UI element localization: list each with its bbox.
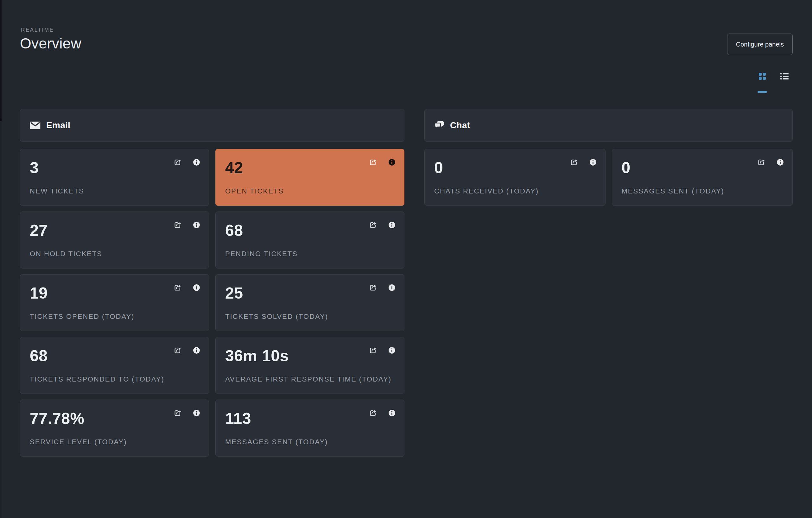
page-kicker: REALTIME <box>21 27 54 33</box>
info-button[interactable] <box>388 284 396 293</box>
panel-chat: Chat 0 CHATS RECEIVED (TODAY) <box>424 109 793 206</box>
info-button[interactable] <box>776 158 784 167</box>
export-button[interactable] <box>369 409 377 418</box>
card-messages-sent-today: 0 MESSAGES SENT (TODAY) <box>612 149 793 206</box>
metric-label: SERVICE LEVEL (TODAY) <box>30 437 199 447</box>
cards-grid: 0 CHATS RECEIVED (TODAY) <box>424 149 793 206</box>
card-tickets-opened-today: 19 TICKETS OPENED (TODAY) <box>20 274 209 331</box>
info-button[interactable] <box>388 158 396 167</box>
export-button[interactable] <box>173 346 182 355</box>
export-button[interactable] <box>173 283 182 293</box>
card-chats-received-today: 0 CHATS RECEIVED (TODAY) <box>424 149 606 206</box>
metric-label: TICKETS RESPONDED TO (TODAY) <box>30 374 199 384</box>
info-button[interactable] <box>193 284 200 293</box>
grid-view-button[interactable] <box>756 73 769 84</box>
info-button[interactable] <box>388 409 396 418</box>
share-icon <box>570 158 578 168</box>
card-actions <box>369 158 396 168</box>
card-tickets-solved-today: 25 TICKETS SOLVED (TODAY) <box>215 274 404 331</box>
info-icon <box>388 284 396 293</box>
card-actions <box>369 346 396 355</box>
info-icon <box>193 221 200 230</box>
card-pending-tickets: 68 PENDING TICKETS <box>215 211 404 268</box>
card-actions <box>757 158 784 168</box>
panel-header-email: Email <box>20 109 404 142</box>
card-actions <box>369 221 396 230</box>
share-icon <box>369 221 377 230</box>
share-icon <box>173 158 182 168</box>
card-on-hold-tickets: 27 ON HOLD TICKETS <box>20 211 209 268</box>
info-icon <box>589 158 597 167</box>
active-view-underline <box>757 91 767 93</box>
info-icon <box>193 284 200 293</box>
export-button[interactable] <box>369 221 377 230</box>
share-icon <box>173 283 182 293</box>
share-icon <box>173 409 182 418</box>
metric-label: MESSAGES SENT (TODAY) <box>225 437 395 447</box>
export-button[interactable] <box>369 158 377 168</box>
export-button[interactable] <box>173 221 182 230</box>
card-actions <box>173 283 200 293</box>
page-title: Overview <box>20 35 81 52</box>
list-view-button[interactable] <box>778 73 791 84</box>
card-actions <box>173 221 200 230</box>
card-actions <box>173 409 200 418</box>
panels-container: Email 3 NEW TICKETS <box>20 109 793 457</box>
list-view-icon <box>780 73 789 81</box>
share-icon <box>173 221 182 230</box>
metric-label: ON HOLD TICKETS <box>30 249 199 259</box>
info-button[interactable] <box>193 158 200 167</box>
info-button[interactable] <box>589 158 597 167</box>
metric-label: NEW TICKETS <box>30 186 199 196</box>
panel-title: Chat <box>450 120 470 131</box>
card-actions <box>173 346 200 355</box>
metric-label: TICKETS SOLVED (TODAY) <box>225 311 395 322</box>
chat-icon <box>434 121 444 130</box>
card-actions <box>570 158 597 168</box>
share-icon <box>369 409 377 418</box>
info-icon <box>388 158 396 167</box>
panel-header-chat: Chat <box>424 109 793 142</box>
card-actions <box>369 283 396 293</box>
metric-label: CHATS RECEIVED (TODAY) <box>434 186 596 196</box>
view-toggle <box>756 73 791 84</box>
email-icon <box>30 121 40 130</box>
metric-label: TICKETS OPENED (TODAY) <box>30 311 199 322</box>
info-icon <box>388 221 396 230</box>
export-button[interactable] <box>369 283 377 293</box>
info-icon <box>193 346 200 355</box>
info-icon <box>776 158 784 167</box>
info-icon <box>193 158 200 167</box>
info-button[interactable] <box>193 409 200 418</box>
cards-grid: 3 NEW TICKETS <box>20 149 404 457</box>
info-button[interactable] <box>193 346 200 355</box>
left-edge-strip <box>0 0 2 518</box>
configure-panels-button[interactable]: Configure panels <box>727 34 793 55</box>
share-icon <box>757 158 765 168</box>
export-button[interactable] <box>173 158 182 168</box>
info-icon <box>388 346 396 355</box>
panel-email: Email 3 NEW TICKETS <box>20 109 404 457</box>
export-button[interactable] <box>757 158 765 168</box>
export-button[interactable] <box>369 346 377 355</box>
card-service-level-today: 77.78% SERVICE LEVEL (TODAY) <box>20 400 209 457</box>
info-icon <box>388 409 396 418</box>
card-messages-sent-today: 113 MESSAGES SENT (TODAY) <box>215 400 404 457</box>
left-edge-strip-top <box>0 0 2 118</box>
share-icon <box>369 346 377 355</box>
info-icon <box>193 409 200 418</box>
card-average-first-response-time-today: 36m 10s AVERAGE FIRST RESPONSE TIME (TOD… <box>215 337 404 394</box>
info-button[interactable] <box>388 346 396 355</box>
metric-label: MESSAGES SENT (TODAY) <box>622 186 783 196</box>
card-actions <box>369 409 396 418</box>
card-actions <box>173 158 200 168</box>
export-button[interactable] <box>570 158 578 168</box>
export-button[interactable] <box>173 409 182 418</box>
metric-label: OPEN TICKETS <box>225 186 395 196</box>
card-open-tickets: 42 OPEN TICKETS <box>215 149 404 206</box>
info-button[interactable] <box>193 221 200 230</box>
grid-view-icon <box>759 73 766 81</box>
metric-label: AVERAGE FIRST RESPONSE TIME (TODAY) <box>225 374 395 384</box>
metric-label: PENDING TICKETS <box>225 249 395 259</box>
info-button[interactable] <box>388 221 396 230</box>
